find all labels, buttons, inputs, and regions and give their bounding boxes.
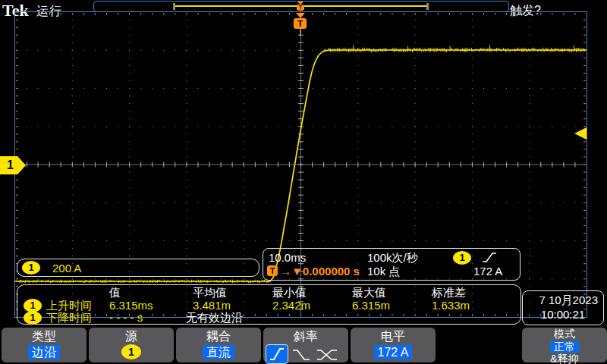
date-label: 7 10月2023 (539, 293, 598, 308)
trigger-t-badge: T (267, 265, 278, 276)
menu-slope-label: 斜率 (263, 329, 348, 344)
menu-mode-value: 正常 (550, 341, 579, 353)
trigger-position-marker[interactable]: T (294, 13, 307, 29)
meas-row2-status: 无有效边沿 (186, 311, 243, 325)
menu-source-button[interactable]: 源 1 (89, 328, 174, 362)
time-div-label: 10.0ms (269, 251, 306, 264)
meas-row1-mean: 3.481m (193, 299, 231, 312)
ch1-scale-label: 200 A (52, 262, 81, 275)
falling-edge-icon[interactable] (291, 347, 311, 362)
menu-level-label: 电平 (351, 329, 436, 344)
record-length-label: 10k 点 (367, 265, 400, 279)
trigger-level-label: 172 A (473, 265, 502, 278)
trigger-t-icon: T (294, 18, 307, 29)
trigger-delay-label: →▼0.000000 s (280, 265, 360, 278)
sample-rate-label: 100k次/秒 (367, 251, 418, 265)
meas-row2-name: 下降时间 (46, 311, 92, 325)
menu-coupling-label: 耦合 (176, 329, 261, 344)
measurement-table: 值 平均值 最小值 最大值 标准差 1 上升时间 6.315ms 3.481m … (17, 284, 521, 325)
menu-mode-label: 模式 (522, 328, 607, 340)
time-label: 10:00:21 (523, 308, 603, 321)
menu-type-button[interactable]: 类型 边沿 (2, 328, 86, 362)
meas-row1-max: 6.315m (352, 299, 390, 312)
trigger-slope-icon (482, 252, 497, 264)
menu-slope-button[interactable]: 斜率 (263, 328, 348, 362)
ch1-badge: 1 (22, 261, 40, 275)
rising-edge-icon[interactable] (266, 344, 288, 364)
menu-level-value: 172 A (374, 345, 413, 359)
menu-coupling-value: 直流 (203, 345, 234, 359)
trigger-arrow-icon (296, 13, 305, 18)
meas-row2-badge: 1 (24, 311, 42, 325)
oscilloscope-screen: Tek 运行 触发? T T 1 1 200 A 10.0ms 100k次/秒 … (0, 0, 607, 364)
either-edge-icon[interactable] (316, 347, 338, 362)
trigger-source-badge: 1 (453, 251, 471, 265)
meas-row2-value: - - - - s (109, 311, 143, 324)
menu-source-badge: 1 (121, 344, 141, 359)
timebase-readout: 10.0ms 100k次/秒 1 T →▼0.000000 s 10k 点 17… (263, 248, 521, 281)
meas-row1-min: 2.342m (272, 299, 310, 312)
trigger-stem (300, 29, 300, 36)
menu-mode-button[interactable]: 模式 正常 &释抑 (522, 328, 607, 362)
meas-row1-stddev: 1.633m (432, 299, 470, 312)
menu-source-label: 源 (89, 329, 174, 344)
menu-mode-value2: &释抑 (522, 353, 607, 364)
channel-readout: 1 200 A (17, 259, 259, 277)
menu-type-label: 类型 (2, 329, 86, 344)
menu-coupling-button[interactable]: 耦合 直流 (176, 328, 261, 362)
menu-level-button[interactable]: 电平 172 A (351, 328, 436, 362)
menu-type-value: 边沿 (28, 345, 60, 359)
datetime-box: 7 10月2023 10:00:21 (522, 290, 604, 325)
meas-row1-value: 6.315ms (109, 299, 153, 312)
